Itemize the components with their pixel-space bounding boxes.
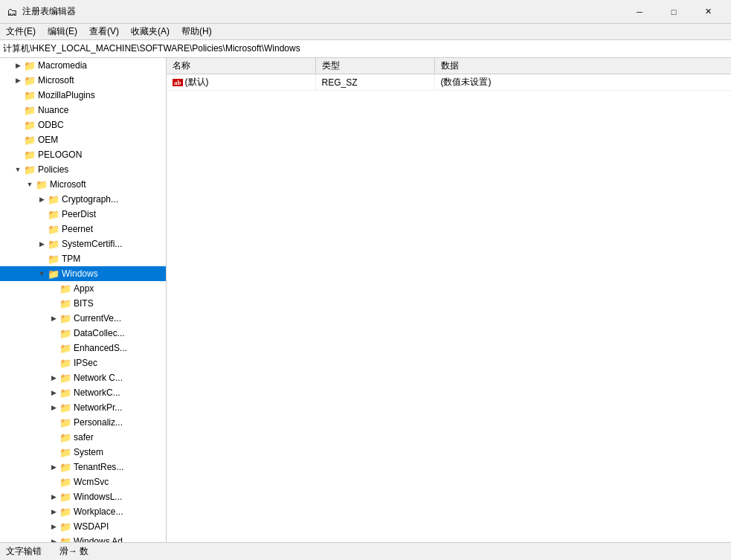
expand-arrow-microsoft-policies[interactable]: ▼ [24,178,36,190]
folder-icon-datacollec: 📁 [59,328,71,338]
expand-arrow-appx[interactable] [48,283,59,295]
expand-arrow-oem[interactable] [12,134,24,146]
tree-item-networkc1[interactable]: ▶📁Network C... [0,370,166,385]
folder-icon-mozillaplugins: 📁 [24,90,36,100]
address-bar-path: 计算机\HKEY_LOCAL_MACHINE\SOFTWARE\Policies… [3,42,300,55]
expand-arrow-workplace[interactable]: ▶ [48,506,59,518]
expand-arrow-safer[interactable] [48,431,59,443]
tree-item-pelogon[interactable]: 📁PELOGON [0,147,166,162]
expand-arrow-cryptography[interactable]: ▶ [36,193,48,205]
tree-label-mozillaplugins: MozillaPlugins [38,90,95,100]
tree-item-mozillaplugins[interactable]: 📁MozillaPlugins [0,88,166,103]
tree-item-tpm[interactable]: 📁TPM [0,251,166,266]
tree-item-oem[interactable]: 📁OEM [0,132,166,147]
expand-arrow-windows[interactable]: ▼ [36,268,48,280]
expand-arrow-systemcertifi[interactable]: ▶ [36,238,48,250]
folder-icon-pelogon: 📁 [24,149,36,160]
tree-item-policies[interactable]: ▼📁Policies [0,162,166,177]
close-button[interactable]: ✕ [691,0,725,24]
folder-icon-windowsad: 📁 [59,536,71,542]
tree-item-systemcertifi[interactable]: ▶📁SystemCertifi... [0,236,166,251]
expand-arrow-currentve[interactable]: ▶ [48,312,59,324]
folder-icon-microsoft-policies: 📁 [36,179,48,190]
expand-arrow-microsoft-top[interactable]: ▶ [12,74,24,86]
tree-item-macromedia[interactable]: ▶📁Macromedia [0,58,166,73]
tree-item-networkc2[interactable]: ▶📁NetworkC... [0,385,166,400]
expand-arrow-tpm[interactable] [36,253,48,265]
menu-favorites[interactable]: 收藏夹(A) [125,24,175,40]
tree-item-appx[interactable]: 📁Appx [0,281,166,296]
tree-item-safer[interactable]: 📁safer [0,430,166,445]
col-name[interactable]: 名称 [167,58,315,74]
expand-arrow-wsdapi[interactable]: ▶ [48,521,59,532]
tree-item-microsoft-policies[interactable]: ▼📁Microsoft [0,177,166,192]
folder-icon-policies: 📁 [24,164,36,175]
tree-item-wcmsvc[interactable]: 📁WcmSvc [0,474,166,489]
tree-item-bits[interactable]: 📁BITS [0,296,166,311]
expand-arrow-networkc1[interactable]: ▶ [48,372,59,384]
expand-arrow-enhanceds[interactable] [48,342,59,354]
expand-arrow-mozillaplugins[interactable] [12,89,24,101]
expand-arrow-odbc[interactable] [12,119,24,131]
tree-item-wsdapi[interactable]: ▶📁WSDAPI [0,519,166,534]
tree-item-windows[interactable]: ▼📁Windows [0,266,166,281]
detail-panel: 名称 类型 数据 ab(默认)REG_SZ(数值未设置) [167,58,731,542]
tree-label-enhanceds: EnhancedS... [74,343,127,353]
menu-edit[interactable]: 编辑(E) [42,24,83,40]
tree-item-microsoft-top[interactable]: ▶📁Microsoft [0,73,166,88]
tree-label-nuance: Nuance [38,105,68,115]
expand-arrow-wcmsvc[interactable] [48,476,59,488]
maximize-button[interactable]: □ [657,0,691,24]
expand-arrow-networkpr[interactable]: ▶ [48,402,59,413]
tree-item-cryptography[interactable]: ▶📁Cryptograph... [0,192,166,207]
folder-icon-bits: 📁 [59,298,71,309]
tree-item-personaliz[interactable]: 📁Personaliz... [0,415,166,430]
col-type[interactable]: 类型 [315,58,434,74]
expand-arrow-networkc2[interactable]: ▶ [48,387,59,399]
tree-item-workplace[interactable]: ▶📁Workplace... [0,504,166,519]
expand-arrow-system[interactable] [48,446,59,458]
expand-arrow-windowsad[interactable]: ▶ [48,535,59,542]
table-row[interactable]: ab(默认)REG_SZ(数值未设置) [167,74,731,91]
expand-arrow-tenantres[interactable]: ▶ [48,461,59,473]
tree-item-currentve[interactable]: ▶📁CurrentVe... [0,311,166,326]
tree-item-enhanceds[interactable]: 📁EnhancedS... [0,341,166,355]
menu-file[interactable]: 文件(E) [0,24,42,40]
expand-arrow-bits[interactable] [48,297,59,309]
expand-arrow-pelogon[interactable] [12,149,24,161]
tree-item-datacollec[interactable]: 📁DataCollec... [0,326,166,341]
menu-help[interactable]: 帮助(H) [175,24,218,40]
tree-label-safer: safer [74,432,94,442]
expand-arrow-datacollec[interactable] [48,327,59,339]
tree-panel[interactable]: ▶📁Macromedia▶📁Microsoft📁MozillaPlugins📁N… [0,58,167,542]
expand-arrow-windowsl[interactable]: ▶ [48,491,59,503]
expand-arrow-macromedia[interactable]: ▶ [12,59,24,71]
folder-icon-odbc: 📁 [24,120,36,130]
expand-arrow-peernet[interactable] [36,223,48,235]
status-left: 文字输错 [6,545,42,558]
minimize-button[interactable]: ─ [622,0,657,24]
col-data[interactable]: 数据 [434,58,731,74]
tree-item-windowsad[interactable]: ▶📁Windows Ad... [0,534,166,542]
cell-type: REG_SZ [315,74,434,91]
tree-item-odbc[interactable]: 📁ODBC [0,118,166,132]
folder-icon-oem: 📁 [24,135,36,145]
tree-item-windowsl[interactable]: ▶📁WindowsL... [0,489,166,504]
expand-arrow-personaliz[interactable] [48,416,59,428]
tree-item-system[interactable]: 📁System [0,445,166,460]
tree-item-nuance[interactable]: 📁Nuance [0,103,166,118]
expand-arrow-policies[interactable]: ▼ [12,164,24,176]
expand-arrow-peerdist[interactable] [36,208,48,220]
folder-icon-safer: 📁 [59,432,71,442]
folder-icon-windowsl: 📁 [59,492,71,502]
tree-label-wsdapi: WSDAPI [74,521,109,532]
address-bar: 计算机\HKEY_LOCAL_MACHINE\SOFTWARE\Policies… [0,40,731,58]
menu-view[interactable]: 查看(V) [83,24,125,40]
expand-arrow-ipsec[interactable] [48,357,59,369]
tree-item-tenantres[interactable]: ▶📁TenantRes... [0,460,166,474]
tree-item-peernet[interactable]: 📁Peernet [0,222,166,236]
tree-item-ipsec[interactable]: 📁IPSec [0,355,166,370]
expand-arrow-nuance[interactable] [12,104,24,116]
tree-item-peerdist[interactable]: 📁PeerDist [0,207,166,222]
tree-item-networkpr[interactable]: ▶📁NetworkPr... [0,400,166,415]
